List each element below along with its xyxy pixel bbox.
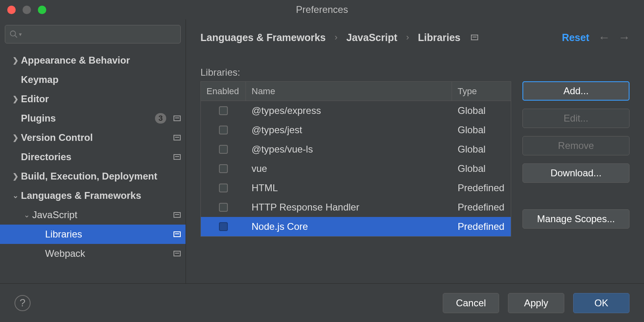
sidebar-item-version-control[interactable]: ❯ Version Control xyxy=(0,128,186,147)
libraries-heading: Libraries: xyxy=(200,67,630,78)
content-panel: Languages & Frameworks › JavaScript › Li… xyxy=(186,19,644,283)
sidebar-item-label: Directories xyxy=(21,151,172,163)
zoom-window[interactable] xyxy=(38,6,46,14)
breadcrumb-sep-icon: › xyxy=(334,32,337,43)
sidebar-item-languages[interactable]: ⌄ Languages & Frameworks xyxy=(0,186,186,205)
table-body: @types/express Global @types/jest Global… xyxy=(201,101,511,236)
minimize-window[interactable] xyxy=(23,6,31,14)
side-buttons: Add... Edit... Remove Download... Manage… xyxy=(522,81,630,237)
chevron-right-icon: ❯ xyxy=(10,133,21,142)
enabled-checkbox[interactable] xyxy=(219,222,228,231)
cancel-button[interactable]: Cancel xyxy=(443,293,499,313)
breadcrumb-javascript[interactable]: JavaScript xyxy=(347,32,397,43)
project-scope-icon xyxy=(173,212,181,218)
lib-name: @types/vue-ls xyxy=(246,144,452,155)
project-scope-icon xyxy=(173,251,181,256)
lib-name: Node.js Core xyxy=(246,221,452,232)
sidebar-item-appearance[interactable]: ❯ Appearance & Behavior xyxy=(0,51,186,70)
window-controls xyxy=(7,6,46,14)
lib-name: HTTP Response Handler xyxy=(246,202,452,213)
enabled-checkbox[interactable] xyxy=(219,203,228,212)
sidebar-item-label: Version Control xyxy=(21,132,172,143)
lib-type: Global xyxy=(452,124,511,136)
lib-type: Global xyxy=(452,163,511,174)
lib-type: Predefined xyxy=(452,182,511,194)
sidebar-item-label: Webpack xyxy=(45,248,172,259)
lib-name: @types/jest xyxy=(246,124,452,136)
lib-type: Global xyxy=(452,105,511,116)
sidebar-item-label: Languages & Frameworks xyxy=(21,190,181,201)
sidebar-item-label: Build, Execution, Deployment xyxy=(21,171,181,182)
table-row[interactable]: @types/express Global xyxy=(201,101,511,120)
enabled-checkbox[interactable] xyxy=(219,184,228,192)
table-row[interactable]: vue Global xyxy=(201,159,511,178)
chevron-down-icon: ⌄ xyxy=(21,211,32,219)
col-enabled[interactable]: Enabled xyxy=(201,82,246,101)
project-scope-icon xyxy=(173,135,181,140)
lib-name: @types/express xyxy=(246,105,452,116)
remove-button[interactable]: Remove xyxy=(522,136,630,155)
footer: ? Cancel Apply OK xyxy=(0,283,644,322)
breadcrumb-languages[interactable]: Languages & Frameworks xyxy=(200,32,326,43)
close-window[interactable] xyxy=(7,6,16,14)
libraries-table: Enabled Name Type @types/express Global … xyxy=(200,81,511,237)
chevron-down-icon: ⌄ xyxy=(10,191,21,200)
manage-scopes-button[interactable]: Manage Scopes... xyxy=(522,209,630,229)
sidebar-item-keymap[interactable]: Keymap xyxy=(0,70,186,89)
sidebar-item-editor[interactable]: ❯ Editor xyxy=(0,89,186,109)
breadcrumb: Languages & Frameworks › JavaScript › Li… xyxy=(200,31,630,44)
edit-button[interactable]: Edit... xyxy=(522,109,630,128)
table-header: Enabled Name Type xyxy=(201,82,511,101)
help-button[interactable]: ? xyxy=(14,295,31,311)
table-row[interactable]: HTTP Response Handler Predefined xyxy=(201,198,511,217)
breadcrumb-sep-icon: › xyxy=(406,32,409,43)
breadcrumb-libraries: Libraries xyxy=(418,32,460,43)
table-row[interactable]: HTML Predefined xyxy=(201,178,511,198)
sidebar-item-webpack[interactable]: Webpack xyxy=(0,244,186,263)
search-icon xyxy=(9,30,18,39)
sidebar-item-javascript[interactable]: ⌄ JavaScript xyxy=(0,205,186,225)
sidebar-item-label: Plugins xyxy=(21,113,155,124)
add-button[interactable]: Add... xyxy=(522,81,630,101)
table-row[interactable]: Node.js Core Predefined xyxy=(201,217,511,236)
enabled-checkbox[interactable] xyxy=(219,106,228,115)
settings-tree: ❯ Appearance & Behavior Keymap ❯ Editor … xyxy=(0,48,186,263)
sidebar: ▾ ❯ Appearance & Behavior Keymap ❯ Edito… xyxy=(0,19,186,283)
project-scope-icon xyxy=(173,154,181,160)
window-title: Preferences xyxy=(296,4,348,15)
table-row[interactable]: @types/vue-ls Global xyxy=(201,140,511,159)
chevron-right-icon: ❯ xyxy=(10,172,21,181)
svg-point-0 xyxy=(10,31,16,36)
sidebar-item-label: Editor xyxy=(21,93,181,105)
table-row[interactable]: @types/jest Global xyxy=(201,120,511,140)
enabled-checkbox[interactable] xyxy=(219,164,228,173)
sidebar-item-plugins[interactable]: Plugins 3 xyxy=(0,109,186,128)
col-type[interactable]: Type xyxy=(452,82,511,101)
forward-arrow-icon[interactable]: → xyxy=(618,31,630,44)
col-name[interactable]: Name xyxy=(246,82,452,101)
project-scope-icon xyxy=(471,35,478,40)
sidebar-item-label: JavaScript xyxy=(32,209,172,221)
lib-name: HTML xyxy=(246,182,452,194)
main-area: ▾ ❯ Appearance & Behavior Keymap ❯ Edito… xyxy=(0,19,644,283)
help-icon: ? xyxy=(20,297,25,309)
ok-button[interactable]: OK xyxy=(573,293,630,313)
reset-link[interactable]: Reset xyxy=(562,32,589,43)
enabled-checkbox[interactable] xyxy=(219,145,228,154)
sidebar-item-label: Appearance & Behavior xyxy=(21,55,181,66)
enabled-checkbox[interactable] xyxy=(219,126,228,134)
sidebar-item-build[interactable]: ❯ Build, Execution, Deployment xyxy=(0,167,186,186)
lib-type: Predefined xyxy=(452,202,511,213)
lib-type: Predefined xyxy=(452,221,511,232)
apply-button[interactable]: Apply xyxy=(508,293,564,313)
download-button[interactable]: Download... xyxy=(522,163,630,183)
project-scope-icon xyxy=(173,231,181,237)
svg-line-1 xyxy=(15,35,17,38)
lib-type: Global xyxy=(452,144,511,155)
titlebar: Preferences xyxy=(0,0,644,19)
sidebar-item-libraries[interactable]: Libraries xyxy=(0,225,186,244)
sidebar-item-directories[interactable]: Directories xyxy=(0,147,186,167)
search-input[interactable]: ▾ xyxy=(5,25,181,43)
back-arrow-icon[interactable]: ← xyxy=(598,31,609,44)
chevron-right-icon: ❯ xyxy=(10,56,21,65)
